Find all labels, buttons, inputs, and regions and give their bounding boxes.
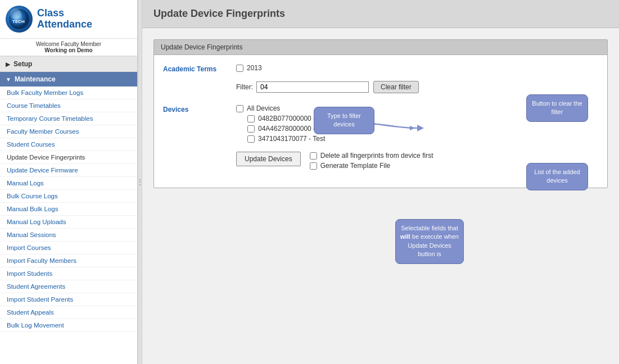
- app-title: Class Attendance: [37, 8, 92, 30]
- delete-fingerprints-checkbox[interactable]: [310, 152, 317, 160]
- sidebar-item-course-timetables[interactable]: Course Timetables: [0, 99, 137, 112]
- sidebar-item-manual-log-uploads[interactable]: Manual Log Uploads: [0, 216, 137, 229]
- delete-fingerprints-checkbox-row: Delete all fingerprints from device firs…: [310, 152, 433, 160]
- maintenance-label: Maintenance: [15, 75, 56, 83]
- sidebar-item-bulk-log-movement[interactable]: Bulk Log Movement: [0, 319, 137, 332]
- app-title-attendance: Attendance: [37, 19, 92, 30]
- device1-checkbox[interactable]: [247, 115, 255, 122]
- svg-text:TECH: TECH: [12, 19, 25, 24]
- device2-checkbox[interactable]: [247, 125, 255, 133]
- sidebar-item-update-device-firmware[interactable]: Update Device Firmware: [0, 164, 137, 177]
- generate-template-checkbox[interactable]: [310, 162, 317, 170]
- callout-list-devices: List of the added devices: [526, 163, 588, 190]
- sidebar-item-student-appeals[interactable]: Student Appeals: [0, 306, 137, 319]
- clear-filter-button[interactable]: Clear filter: [373, 81, 419, 93]
- setup-arrow-icon: ▶: [6, 61, 10, 67]
- year-2013-label[interactable]: 2013: [247, 64, 262, 72]
- all-devices-checkbox[interactable]: [236, 105, 243, 112]
- sidebar-item-import-faculty-members[interactable]: Import Faculty Members: [0, 254, 137, 267]
- sidebar-item-student-agreements[interactable]: Student Agreements: [0, 280, 137, 293]
- list-item: 04A46278000000 - Demo Device: [236, 125, 598, 133]
- sidebar-item-bulk-course-logs[interactable]: Bulk Course Logs: [0, 190, 137, 203]
- sidebar-item-import-student-parents[interactable]: Import Student Parents: [0, 293, 137, 306]
- resize-handle[interactable]: [138, 0, 142, 364]
- action-checkboxes: Delete all fingerprints from device firs…: [310, 152, 433, 172]
- sidebar-header: TECH Class Attendance: [0, 0, 137, 39]
- sidebar-item-bulk-faculty-logs[interactable]: Bulk Faculty Member Logs: [0, 87, 137, 99]
- filter-row-label: [163, 81, 236, 82]
- callout-clear-filter: Button to clear the filter: [526, 94, 588, 122]
- setup-section-header[interactable]: ▶ Setup: [0, 57, 137, 71]
- sidebar-item-temporary-course-timetables[interactable]: Temporary Course Timetables: [0, 112, 137, 125]
- generate-template-label[interactable]: Generate Template File: [320, 162, 391, 170]
- academic-terms-content: 2013: [236, 64, 598, 74]
- filter-label: Filter:: [236, 83, 253, 91]
- callout-update-devices: Selectable fields that will be execute w…: [395, 219, 464, 264]
- generate-template-checkbox-row: Generate Template File: [310, 162, 433, 170]
- update-devices-button[interactable]: Update Devices: [236, 152, 301, 166]
- devices-label: Devices: [163, 104, 236, 113]
- filter-input-row: Filter: Clear filter: [236, 81, 598, 93]
- app-logo: TECH: [6, 6, 33, 33]
- list-item: 3471043170077 - Test: [236, 135, 598, 143]
- sidebar: TECH Class Attendance Welcome Faculty Me…: [0, 0, 138, 364]
- sidebar-item-manual-bulk-logs[interactable]: Manual Bulk Logs: [0, 203, 137, 216]
- setup-label: Setup: [13, 60, 32, 68]
- device3-checkbox[interactable]: [247, 135, 255, 143]
- sidebar-item-manual-sessions[interactable]: Manual Sessions: [0, 229, 137, 242]
- callout-filter-devices: Type to filter devices: [314, 107, 374, 134]
- filter-input[interactable]: [256, 81, 369, 93]
- maintenance-section: ▼ Maintenance Bulk Faculty Member Logs C…: [0, 71, 137, 332]
- year-2013-checkbox-row: 2013: [236, 64, 598, 72]
- sidebar-item-manual-logs[interactable]: Manual Logs: [0, 177, 137, 190]
- sidebar-nav: ▶ Setup ▼ Maintenance Bulk Faculty Membe…: [0, 56, 137, 364]
- update-row-label: [163, 152, 236, 153]
- sidebar-item-faculty-member-courses[interactable]: Faculty Member Courses: [0, 125, 137, 138]
- main-content: Update Device Fingerprints Update Device…: [142, 0, 619, 364]
- app-subtitle: Welcome Faculty Member Working on Demo: [0, 39, 137, 56]
- device3-label[interactable]: 3471043170077 - Test: [258, 135, 325, 143]
- all-devices-label[interactable]: All Devices: [247, 104, 280, 112]
- academic-terms-label: Academic Terms: [163, 64, 236, 73]
- academic-terms-row: Academic Terms 2013: [163, 64, 598, 74]
- sidebar-item-update-device-fingerprints[interactable]: Update Device Fingerprints: [0, 151, 137, 164]
- app-title-class: Class: [37, 8, 92, 19]
- delete-fingerprints-label[interactable]: Delete all fingerprints from device firs…: [320, 152, 433, 160]
- year-2013-checkbox[interactable]: [236, 65, 243, 72]
- sidebar-item-import-courses[interactable]: Import Courses: [0, 242, 137, 254]
- form-panel-header: Update Device Fingerprints: [154, 40, 607, 55]
- sidebar-item-student-courses[interactable]: Student Courses: [0, 138, 137, 151]
- sidebar-item-import-students[interactable]: Import Students: [0, 267, 137, 280]
- page-title: Update Device Fingerprints: [142, 0, 619, 28]
- maintenance-section-header[interactable]: ▼ Maintenance: [0, 72, 137, 87]
- maintenance-arrow-icon: ▼: [6, 76, 11, 83]
- setup-section: ▶ Setup: [0, 56, 137, 71]
